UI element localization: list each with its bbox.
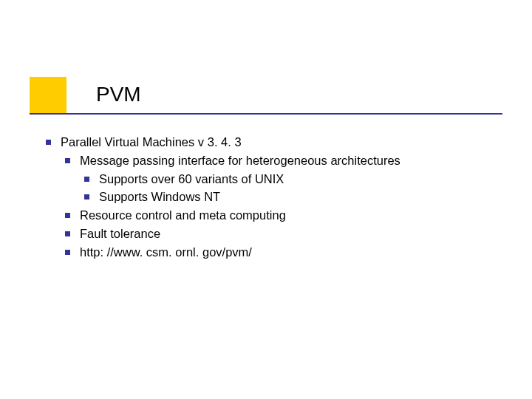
bullet-list-level1: Parallel Virtual Machines v 3. 4. 3 Mess… [41, 133, 502, 261]
bullet-text: Resource control and meta computing [80, 208, 286, 222]
list-item: Supports Windows NT [80, 188, 502, 206]
square-bullet-icon [65, 158, 70, 163]
square-bullet-icon [65, 250, 70, 255]
list-item: Parallel Virtual Machines v 3. 4. 3 Mess… [41, 133, 502, 261]
bullet-text: Supports over 60 variants of UNIX [99, 172, 284, 185]
square-bullet-icon [46, 140, 51, 145]
square-bullet-icon [65, 231, 70, 236]
bullet-text: Supports Windows NT [99, 190, 220, 203]
list-item: Fault tolerance [61, 225, 502, 243]
title-underline [30, 113, 502, 115]
list-item: http: //www. csm. ornl. gov/pvm/ [61, 243, 502, 262]
slide-title: PVM [96, 83, 141, 106]
bullet-list-level2: Message passing interface for heterogene… [61, 151, 502, 262]
list-item: Supports over 60 variants of UNIX [80, 170, 502, 188]
bullet-text: Parallel Virtual Machines v 3. 4. 3 [61, 135, 242, 149]
bullet-text: http: //www. csm. ornl. gov/pvm/ [80, 245, 252, 259]
bullet-text: Message passing interface for heterogene… [80, 154, 400, 167]
slide-body: Parallel Virtual Machines v 3. 4. 3 Mess… [41, 133, 502, 261]
decorative-square [30, 77, 66, 114]
square-bullet-icon [65, 213, 70, 218]
slide: PVM Parallel Virtual Machines v 3. 4. 3 … [0, 0, 532, 399]
square-bullet-icon [84, 177, 89, 182]
bullet-text: Fault tolerance [80, 227, 160, 240]
bullet-list-level3: Supports over 60 variants of UNIX Suppor… [80, 170, 502, 207]
list-item: Message passing interface for heterogene… [61, 151, 502, 206]
square-bullet-icon [84, 194, 89, 200]
list-item: Resource control and meta computing [61, 206, 502, 225]
